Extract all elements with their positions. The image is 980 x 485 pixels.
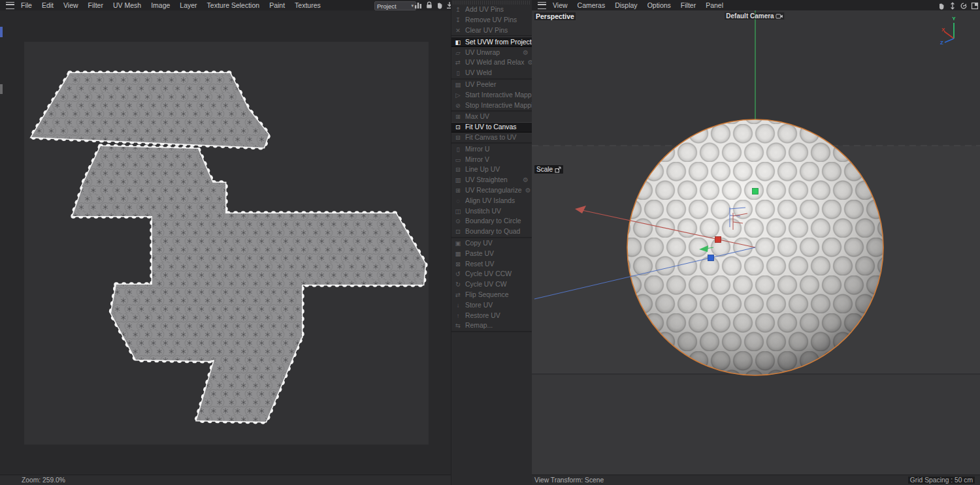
command-label: Paste UV [465, 250, 494, 257]
menu-item-file[interactable]: File [21, 1, 32, 9]
project-dropdown[interactable]: Project ▾ [374, 1, 416, 10]
dock-tool-active-sliver[interactable] [0, 27, 3, 37]
y-scale-handle[interactable] [753, 189, 759, 195]
max-uv-icon: ⊞ [454, 113, 462, 120]
command-label: Cycle UV CCW [465, 270, 512, 277]
z-scale-handle[interactable] [708, 255, 714, 261]
viewport-scene [532, 10, 980, 475]
command-stop-interactive-mapping: ⊘Stop Interactive Mapping [451, 100, 532, 110]
set-uvw-from-projection-icon: ◧ [454, 39, 462, 46]
command-uv-unwrap: ▱UV Unwrap⚙ [451, 47, 532, 57]
command-store-uv: ↓Store UV [451, 300, 532, 310]
line-up-uv-icon: ⊟ [454, 166, 462, 173]
command-label: Flip Sequence [465, 291, 508, 298]
viewport-camera-label[interactable]: Default Camera [725, 12, 784, 20]
scale-tool-icon [555, 166, 561, 173]
command-label: Stop Interactive Mapping [465, 102, 532, 109]
menu-item-paint[interactable]: Paint [269, 1, 285, 9]
command-remap: ⇆Remap... [451, 321, 532, 331]
menu-item-texture-selection[interactable]: Texture Selection [207, 1, 260, 9]
command-label: UV Weld [465, 69, 492, 76]
menu-item-image[interactable]: Image [151, 1, 170, 9]
command-group: ◧Set UVW from Projection⚙▱UV Unwrap⚙⇄UV … [451, 37, 532, 79]
command-label: Boundary to Circle [465, 217, 521, 225]
uv-command-list: ↥Add UV Pins↧Remove UV Pins✕Clear UV Pin… [451, 5, 532, 332]
perspective-viewport[interactable]: Perspective Default Camera Scale Y X Z [532, 10, 980, 475]
viewport-hamburger-icon[interactable] [538, 2, 546, 9]
uv-weld-and-relax-icon: ⇄ [454, 59, 462, 66]
gear-icon[interactable]: ⚙ [523, 176, 532, 183]
uv-texture-view [0, 10, 451, 475]
flip-sequence-icon: ⇄ [454, 291, 462, 298]
histogram-icon[interactable] [414, 1, 422, 9]
menu-item-view[interactable]: View [553, 1, 568, 9]
command-label: Fit UV to Canvas [465, 123, 517, 131]
viewport-view-label[interactable]: Perspective [534, 12, 576, 20]
gear-icon[interactable]: ⚙ [523, 49, 532, 56]
uv-canvas[interactable] [24, 42, 429, 445]
menu-item-options[interactable]: Options [647, 1, 671, 9]
menu-item-view[interactable]: View [63, 1, 78, 9]
viewport-menu-list: ViewCamerasDisplayOptionsFilterPanel [553, 1, 733, 9]
command-add-uv-pins: ↥Add UV Pins [451, 5, 532, 15]
command-cycle-uv-cw: ↻Cycle UV CW [451, 279, 532, 290]
uv-unwrap-icon: ▱ [454, 49, 462, 56]
command-label: UV Straighten [465, 176, 508, 183]
hamburger-menu-icon[interactable] [6, 2, 14, 9]
dock-tool-sliver[interactable] [0, 84, 3, 94]
command-boundary-to-quad: ⊡Boundary to Quad [451, 227, 532, 237]
command-uv-weld-and-relax: ⇄UV Weld and Relax⚙ [451, 57, 532, 68]
uv-command-panel: ↥Add UV Pins↧Remove UV Pins✕Clear UV Pin… [451, 0, 532, 485]
command-group: ⊞Max UV⊡Fit UV to Canvas⊟Fit Canvas to U… [451, 112, 532, 144]
command-label: UV Rectangularize [465, 187, 522, 194]
command-flip-sequence: ⇄Flip Sequence [451, 290, 532, 300]
command-label: UV Weld and Relax [465, 59, 524, 66]
command-label: Reset UV [465, 260, 494, 268]
reset-uv-icon: ⊠ [454, 260, 462, 268]
command-label: Boundary to Quad [465, 228, 520, 235]
command-set-uvw-from-projection[interactable]: ◧Set UVW from Projection⚙ [451, 37, 532, 47]
menu-item-display[interactable]: Display [615, 1, 637, 9]
command-max-uv: ⊞Max UV [451, 112, 532, 122]
command-uv-straighten: ▥UV Straighten⚙ [451, 175, 532, 185]
cycle-uv-cw-icon: ↻ [454, 281, 462, 288]
command-uv-weld: ▯UV Weld [451, 68, 532, 78]
viewport-menubar: ViewCamerasDisplayOptionsFilterPanel [532, 0, 980, 10]
command-align-uv-islands: ◌Align UV Islands [451, 195, 532, 206]
menu-item-uv-mesh[interactable]: UV Mesh [113, 1, 141, 9]
command-line-up-uv: ⊟Line Up UV [451, 164, 532, 175]
remap-icon: ⇆ [454, 322, 462, 329]
x-scale-handle[interactable] [715, 237, 721, 243]
menu-item-filter[interactable]: Filter [681, 1, 696, 9]
fit-canvas-to-uv-icon: ⊟ [454, 134, 462, 141]
paste-uv-icon: ▦ [454, 250, 462, 257]
menu-item-edit[interactable]: Edit [42, 1, 54, 9]
menu-item-filter[interactable]: Filter [88, 1, 103, 9]
axis-label-z: Z [940, 40, 943, 44]
start-interactive-mapping-icon: ▷ [454, 91, 462, 99]
hand-icon[interactable] [436, 1, 444, 9]
menu-item-layer[interactable]: Layer [180, 1, 197, 9]
camera-icon [776, 13, 783, 19]
gear-icon[interactable]: ⚙ [525, 187, 532, 194]
command-cycle-uv-ccw: ↺Cycle UV CCW [451, 269, 532, 279]
command-boundary-to-circle: ⊙Boundary to Circle [451, 216, 532, 227]
command-copy-uv: ▣Copy UV [451, 238, 532, 249]
menu-item-panel[interactable]: Panel [706, 1, 723, 9]
lock-icon[interactable] [425, 1, 433, 9]
command-fit-canvas-to-uv: ⊟Fit Canvas to UV [451, 133, 532, 143]
command-fit-uv-to-canvas[interactable]: ⊡Fit UV to Canvas [451, 122, 532, 133]
command-label: Restore UV [465, 312, 500, 319]
menu-item-textures[interactable]: Textures [295, 1, 321, 9]
orientation-axis-gizmo[interactable]: Y X Z [938, 14, 968, 44]
command-label: Clear UV Pins [465, 27, 508, 34]
command-start-interactive-mapping: ▷Start Interactive Mapping [451, 89, 532, 100]
menu-item-cameras[interactable]: Cameras [578, 1, 606, 9]
restore-uv-icon: ↑ [454, 312, 462, 319]
uv-rectangularize-icon: ⊞ [454, 187, 462, 194]
uv-island-graphic [24, 42, 429, 445]
command-label: UV Unwrap [465, 49, 500, 56]
boundary-to-circle-icon: ⊙ [454, 217, 462, 225]
command-label: Remap... [465, 322, 493, 329]
view-transform-label: View Transform: Scene [534, 477, 604, 484]
